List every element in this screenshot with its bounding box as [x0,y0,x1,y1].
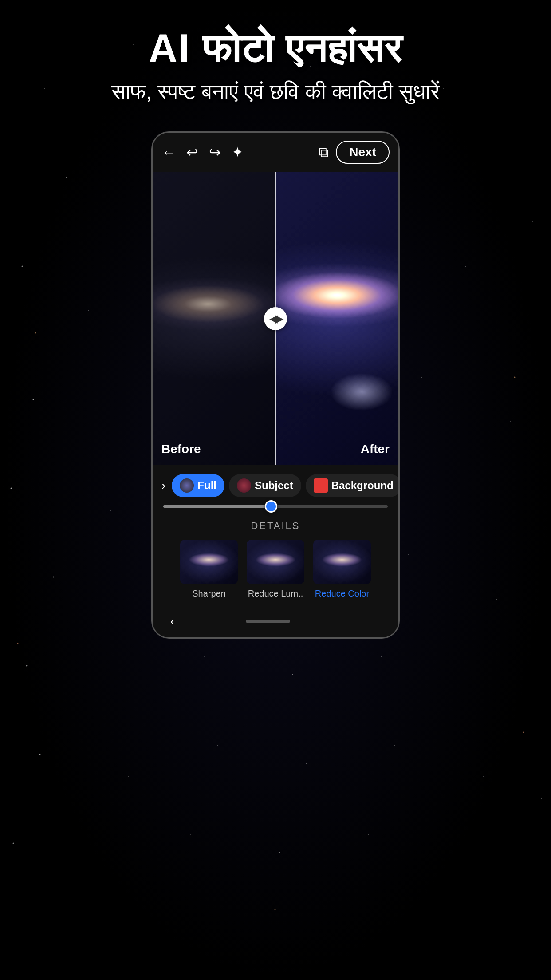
back-icon[interactable]: ← [161,144,176,161]
details-thumbnails: Sharpen Reduce Lum.. Reduce Color [160,540,391,599]
details-label: DETAILS [160,520,391,532]
filter-tabs: › Full Subject Background [160,474,391,497]
sharpen-label: Sharpen [192,589,226,599]
enhancement-slider-container [160,505,391,508]
list-item[interactable]: Reduce Lum.. [247,540,304,599]
before-label: Before [161,442,201,456]
reduce-lum-thumbnail [247,540,304,584]
subject-tab-icon [237,478,251,493]
tab-full[interactable]: Full [172,474,224,497]
drag-arrows-icon: ◀▶ [269,312,282,325]
toolbar-left: ← ↩ ↪ ✦ [161,144,244,161]
after-label: After [361,442,390,456]
tab-subject[interactable]: Subject [229,474,301,497]
subject-tab-label: Subject [255,479,293,492]
sharpen-thumbnail [180,540,238,584]
reduce-color-label: Reduce Color [315,589,369,599]
bottom-bar: ‹ [153,608,398,637]
list-item[interactable]: Reduce Color [313,540,371,599]
next-button[interactable]: Next [336,141,390,164]
redo-icon[interactable]: ↪ [209,144,221,161]
main-content: AI फोटो एनहांसर साफ, स्पष्ट बनाएं एवं छव… [0,0,551,980]
magic-icon[interactable]: ✦ [232,144,244,161]
phone-frame: ← ↩ ↪ ✦ ⧉ Next ◀▶ Before After [151,131,400,639]
after-image [276,172,398,465]
compare-icon[interactable]: ⧉ [319,144,329,161]
home-indicator [246,620,290,623]
reduce-lum-label: Reduce Lum.. [248,589,303,599]
app-title: AI फोटो एनहांसर [149,27,402,71]
controls-area: › Full Subject Background [153,465,398,608]
background-tab-icon [314,478,328,493]
full-tab-label: Full [197,479,216,492]
details-section: DETAILS Sharpen Reduce Lum.. Reduce Colo… [160,516,391,599]
toolbar: ← ↩ ↪ ✦ ⧉ Next [153,133,398,172]
slider-fill [163,505,271,508]
app-subtitle: साफ, स्पष्ट बनाएं एवं छवि की क्‍वालिटी स… [94,79,458,105]
toolbar-right: ⧉ Next [319,141,390,164]
slider-thumb[interactable] [265,500,277,513]
drag-handle[interactable]: ◀▶ [264,307,287,330]
tab-background[interactable]: Background [306,474,400,497]
slider-track[interactable] [163,505,388,508]
image-area: ◀▶ Before After [153,172,398,465]
background-tab-label: Background [331,479,394,492]
undo-icon[interactable]: ↩ [186,144,198,161]
list-item[interactable]: Sharpen [180,540,238,599]
bottom-back-button[interactable]: ‹ [170,614,174,628]
reduce-color-thumbnail [313,540,371,584]
before-image [153,172,276,465]
tabs-arrow-button[interactable]: › [160,477,167,494]
full-tab-icon [180,478,194,493]
